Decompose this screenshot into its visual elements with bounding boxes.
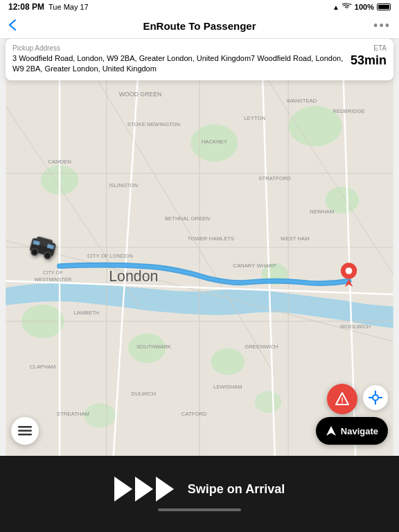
emergency-button[interactable]: ! bbox=[327, 384, 357, 414]
svg-text:ISLINGTON: ISLINGTON bbox=[109, 182, 138, 188]
svg-text:LEYTON: LEYTON bbox=[244, 115, 265, 121]
svg-text:HACKNEY: HACKNEY bbox=[202, 139, 227, 145]
navigate-label: Navigate bbox=[341, 426, 378, 436]
address-left: Pickup Address 3 Woodfield Road, London,… bbox=[12, 44, 348, 75]
svg-rect-62 bbox=[18, 430, 32, 432]
svg-text:CLAPHAM: CLAPHAM bbox=[30, 364, 55, 370]
svg-text:REDBRIDGE: REDBRIDGE bbox=[333, 108, 365, 114]
svg-text:CATFORD: CATFORD bbox=[181, 411, 207, 417]
svg-text:WEST HAM: WEST HAM bbox=[281, 236, 310, 242]
swipe-arrows bbox=[114, 477, 174, 502]
svg-text:WOOLWICH: WOOLWICH bbox=[340, 323, 371, 330]
signal-icon: ▲ bbox=[332, 3, 339, 11]
location-button[interactable] bbox=[363, 385, 388, 410]
svg-text:STRATFORD: STRATFORD bbox=[258, 175, 291, 181]
svg-point-7 bbox=[211, 348, 245, 375]
address-card: Pickup Address 3 Woodfield Road, London,… bbox=[6, 39, 393, 80]
back-button[interactable] bbox=[8, 19, 17, 33]
battery-icon: 100% bbox=[355, 3, 374, 11]
arrow-2 bbox=[135, 477, 153, 502]
menu-button[interactable] bbox=[11, 417, 39, 445]
pickup-address: 3 Woodfield Road, London, W9 2BA, Greate… bbox=[12, 53, 348, 75]
svg-text:LAMBETH: LAMBETH bbox=[74, 310, 100, 316]
svg-point-64 bbox=[373, 395, 378, 400]
arrow-3 bbox=[156, 477, 174, 502]
svg-point-33 bbox=[346, 267, 353, 274]
svg-text:WESTMINSTER: WESTMINSTER bbox=[34, 276, 71, 283]
home-indicator bbox=[158, 508, 241, 511]
svg-rect-61 bbox=[18, 426, 32, 428]
svg-text:STREATHAM: STREATHAM bbox=[57, 411, 89, 417]
pickup-label: Pickup Address bbox=[12, 44, 348, 52]
svg-text:CAMDEN: CAMDEN bbox=[48, 159, 71, 165]
svg-text:BETHNAL GREEN: BETHNAL GREEN bbox=[165, 215, 210, 222]
svg-text:CANARY WHARF: CANARY WHARF bbox=[233, 263, 276, 269]
status-date: Tue May 17 bbox=[48, 3, 89, 11]
status-bar: 12:08 PM Tue May 17 ▲ 100% bbox=[0, 0, 399, 14]
nav-dots-button[interactable]: ••• bbox=[373, 19, 391, 33]
svg-text:SOUTHWARK: SOUTHWARK bbox=[136, 344, 172, 350]
arrow-1 bbox=[114, 477, 132, 502]
svg-text:GREENWICH: GREENWICH bbox=[245, 344, 278, 350]
navigate-button[interactable]: Navigate bbox=[316, 417, 388, 445]
svg-point-10 bbox=[255, 391, 282, 413]
svg-text:WANSTEAD: WANSTEAD bbox=[287, 98, 317, 104]
nav-title: EnRoute To Passenger bbox=[143, 20, 256, 32]
swipe-label: Swipe on Arrival bbox=[188, 482, 285, 497]
svg-text:LEWISHAM: LEWISHAM bbox=[213, 384, 242, 390]
wifi-icon bbox=[342, 3, 352, 11]
status-right: ▲ 100% bbox=[332, 3, 391, 11]
bottom-bar[interactable]: Swipe on Arrival bbox=[0, 456, 399, 532]
eta-value: 53min bbox=[348, 53, 387, 68]
svg-text:WOOD GREEN: WOOD GREEN bbox=[119, 91, 162, 98]
svg-text:NEWHAM: NEWHAM bbox=[310, 209, 334, 215]
eta-block: ETA 53min bbox=[348, 44, 387, 68]
svg-text:London: London bbox=[109, 268, 158, 285]
svg-text:TOWER HAMLETS: TOWER HAMLETS bbox=[188, 236, 234, 242]
svg-text:DULWICH: DULWICH bbox=[132, 391, 157, 397]
eta-label: ETA bbox=[348, 44, 387, 52]
swipe-content[interactable]: Swipe on Arrival bbox=[0, 477, 399, 502]
nav-bar: EnRoute To Passenger ••• bbox=[0, 14, 399, 39]
svg-text:STOKE NEWINGTON: STOKE NEWINGTON bbox=[127, 121, 180, 127]
svg-marker-71 bbox=[326, 426, 336, 436]
svg-text:CITY OF LONDON: CITY OF LONDON bbox=[87, 253, 133, 259]
status-time: 12:08 PM bbox=[8, 2, 44, 12]
svg-text:CITY OF: CITY OF bbox=[43, 269, 63, 276]
battery-graphic bbox=[377, 3, 391, 10]
svg-text:!: ! bbox=[341, 396, 344, 405]
svg-rect-63 bbox=[18, 434, 32, 436]
